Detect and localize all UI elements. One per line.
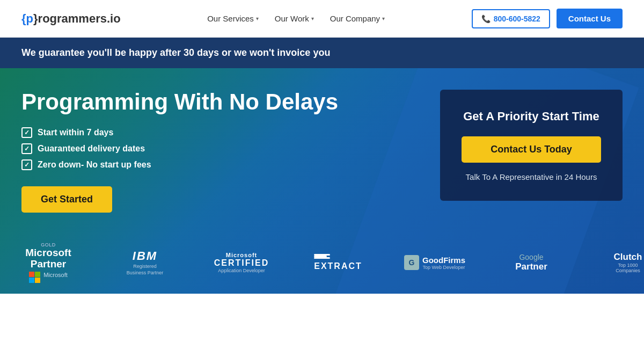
ms-sq-blue <box>29 278 34 283</box>
chevron-down-icon: ▾ <box>382 16 385 21</box>
partner-extract: EXTRACT <box>311 254 365 271</box>
ms-sq-green <box>35 272 40 277</box>
ms-sq-yellow <box>35 278 40 283</box>
main-nav: Our Services ▾ Our Work ▾ Our Company ▾ <box>207 14 385 23</box>
nav-right: 📞 800-600-5822 Contact Us <box>472 9 623 28</box>
partners-bar: Gold Microsoft Partner Microsoft IBM Reg… <box>21 231 623 294</box>
partner-google: Google Partner <box>504 253 558 272</box>
priority-cta-box: Get A Priority Start Time Contact Us Tod… <box>440 90 623 201</box>
ms-cert-top: Microsoft <box>226 252 258 258</box>
phone-button[interactable]: 📞 800-600-5822 <box>472 9 550 28</box>
gf-icon: G <box>404 255 419 270</box>
logo-rest: }rogrammers.io <box>33 12 121 25</box>
ms-partner-name: Microsoft Partner <box>21 247 75 270</box>
partner-goodfirms: G GoodFirms Top Web Developer <box>408 255 462 270</box>
logo[interactable]: {p}rogrammers.io <box>21 12 121 26</box>
extract-text: EXTRACT <box>314 261 362 271</box>
clutch-sub: Top 1000 <box>618 263 638 268</box>
logo-p: p <box>26 12 33 25</box>
ms-logo-squares: Microsoft <box>29 272 68 283</box>
ibm-subtitle: RegisteredBusiness Partner <box>127 263 164 276</box>
hero-title: Programming With No Delays <box>21 90 354 114</box>
checkmark-icon-1: ✓ <box>21 127 32 138</box>
partner-microsoft: Gold Microsoft Partner Microsoft <box>21 242 75 283</box>
logo-bracket-open: { <box>21 12 26 25</box>
hero-section: Programming With No Delays ✓ Start withi… <box>0 68 644 294</box>
extract-lines <box>314 254 330 259</box>
partner-clutch: Clutch Top 1000 Companies <box>601 252 644 273</box>
get-started-button[interactable]: Get Started <box>21 186 112 213</box>
phone-icon: 📞 <box>481 14 491 23</box>
checkmark-icon-3: ✓ <box>21 159 32 170</box>
extract-logo: EXTRACT <box>314 254 362 271</box>
partner-ibm: IBM RegisteredBusiness Partner <box>118 249 172 276</box>
header: {p}rogrammers.io Our Services ▾ Our Work… <box>0 0 644 38</box>
nav-our-company[interactable]: Our Company ▾ <box>330 14 385 23</box>
ibm-logo: IBM <box>133 249 157 263</box>
ms-cert-mid: CERTIFIED <box>214 258 269 268</box>
ms-cert-bot: Application Developer <box>218 268 265 273</box>
chevron-down-icon: ▾ <box>311 16 314 21</box>
nav-our-work[interactable]: Our Work ▾ <box>275 14 314 23</box>
goodfirms-subtitle: Top Web Developer <box>422 265 465 270</box>
google-label: Google <box>519 253 543 261</box>
guarantee-banner: We guarantee you'll be happy after 30 da… <box>0 38 644 68</box>
partner-ms-certified: Microsoft CERTIFIED Application Develope… <box>215 252 268 273</box>
goodfirms-name: GoodFirms <box>422 256 465 265</box>
nav-our-services[interactable]: Our Services ▾ <box>207 14 259 23</box>
goodfirms-logo: G GoodFirms Top Web Developer <box>404 255 465 270</box>
hero-left: Programming With No Delays ✓ Start withi… <box>21 90 354 213</box>
clutch-sub2: Companies <box>616 268 640 273</box>
ms-sq-red <box>29 272 34 277</box>
cta-box-title: Get A Priority Start Time <box>462 109 601 125</box>
cta-subtext: Talk To A Representative in 24 Hours <box>462 172 601 181</box>
gf-text: GoodFirms Top Web Developer <box>422 256 465 270</box>
check-item-3: ✓ Zero down- No start up fees <box>21 159 354 170</box>
checkmark-icon-2: ✓ <box>21 143 32 154</box>
hero-content: Programming With No Delays ✓ Start withi… <box>21 90 623 213</box>
chevron-down-icon: ▾ <box>256 16 259 21</box>
contact-us-button[interactable]: Contact Us <box>557 9 623 28</box>
contact-us-today-button[interactable]: Contact Us Today <box>462 136 601 163</box>
ms-word: Microsoft <box>43 272 68 283</box>
google-partner-label: Partner <box>515 261 547 272</box>
hero-checklist: ✓ Start within 7 days ✓ Guaranteed deliv… <box>21 127 354 170</box>
check-item-1: ✓ Start within 7 days <box>21 127 354 138</box>
clutch-name: Clutch <box>614 252 642 263</box>
check-item-2: ✓ Guaranteed delivery dates <box>21 143 354 154</box>
